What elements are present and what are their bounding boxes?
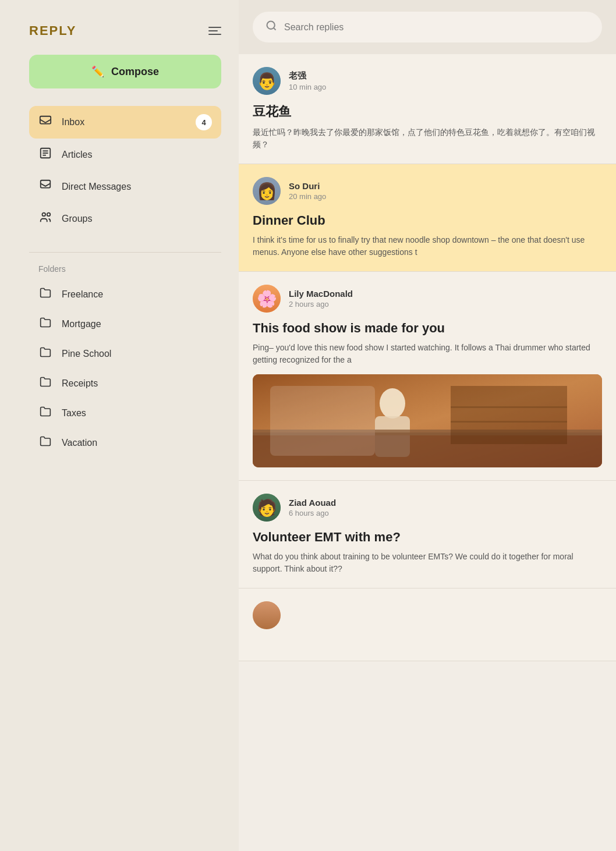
message-subject: 豆花鱼 [253,103,602,120]
folder-item-pine-school[interactable]: Pine School [29,339,221,368]
folder-item-freelance[interactable]: Freelance [29,279,221,309]
sender-info: 老强 10 min ago [289,70,326,91]
compose-button[interactable]: ✏️ Compose [29,55,221,88]
svg-point-12 [380,388,405,419]
sender-info: Lily MacDonald 2 hours ago [289,289,353,309]
message-subject: Dinner Club [253,213,602,228]
avatar [253,177,281,205]
folder-icon [38,317,52,331]
message-card[interactable]: Ziad Aouad 6 hours ago Volunteer EMT wit… [239,481,616,588]
message-header: Ziad Aouad 6 hours ago [253,494,602,522]
message-card[interactable] [239,588,616,661]
folder-label-receipts: Receipts [62,378,98,389]
message-header: So Duri 20 min ago [253,177,602,205]
folder-label-taxes: Taxes [62,408,86,419]
compose-label: Compose [111,66,159,78]
search-icon [265,20,277,34]
sender-time: 20 min ago [289,192,326,201]
sender-name: Lily MacDonald [289,289,353,299]
app-window: REPLY ✏️ Compose Inbox 4 [0,0,616,851]
avatar [253,601,281,629]
sender-info: So Duri 20 min ago [289,181,326,201]
search-bar [239,0,616,54]
compose-icon: ✏️ [91,65,104,78]
sidebar-item-direct-messages[interactable]: Direct Messages [29,171,221,203]
folder-item-taxes[interactable]: Taxes [29,398,221,428]
message-subject: This food show is made for you [253,321,602,336]
svg-rect-17 [451,406,567,408]
svg-point-8 [267,22,275,29]
groups-icon [38,211,52,226]
search-input[interactable] [284,22,589,33]
direct-messages-icon [38,179,52,194]
folder-icon [38,346,52,361]
sidebar-menu-button[interactable] [208,27,221,35]
folder-icon [38,406,52,420]
svg-rect-16 [451,386,567,444]
direct-messages-label: Direct Messages [62,182,131,192]
sidebar-item-inbox[interactable]: Inbox 4 [29,106,221,139]
inbox-icon [38,115,52,130]
folder-icon [38,435,52,450]
sender-name: 老强 [289,70,326,81]
folder-items: Freelance Mortgage Pine School [29,279,221,458]
message-preview: 最近忙吗？昨晚我去了你最爱的那家饭馆，点了他们的特色豆花鱼，吃着就想你了。有空咱… [253,126,602,151]
inbox-label: Inbox [62,117,84,127]
message-header: Lily MacDonald 2 hours ago [253,285,602,313]
message-preview: What do you think about training to be v… [253,551,602,575]
food-image [253,374,602,467]
avatar [253,285,281,313]
message-card[interactable]: So Duri 20 min ago Dinner Club I think i… [239,164,616,272]
folder-label-vacation: Vacation [62,438,97,448]
sidebar-divider [29,252,221,253]
sender-time: 2 hours ago [289,300,353,309]
nav-items: Inbox 4 Articles Direct Messages [29,106,221,235]
message-subject: Volunteer EMT with me? [253,530,602,545]
svg-point-7 [47,213,51,217]
sidebar-item-articles[interactable]: Articles [29,139,221,171]
sidebar-header: REPLY [29,23,221,38]
folder-icon [38,376,52,391]
message-card[interactable]: 老强 10 min ago 豆花鱼 最近忙吗？昨晚我去了你最爱的那家饭馆，点了他… [239,54,616,164]
avatar [253,494,281,522]
folder-label-mortgage: Mortgage [62,319,101,329]
articles-icon [38,147,52,162]
sender-name: So Duri [289,181,326,191]
main-content: 老强 10 min ago 豆花鱼 最近忙吗？昨晚我去了你最爱的那家饭馆，点了他… [239,0,616,851]
search-input-wrap [253,12,602,42]
folder-label-pine-school: Pine School [62,349,111,359]
message-card[interactable]: Lily MacDonald 2 hours ago This food sho… [239,272,616,481]
message-header: 老强 10 min ago [253,67,602,95]
sidebar-item-groups[interactable]: Groups [29,203,221,235]
message-image [253,374,602,467]
message-preview: Ping– you'd love this new food show I st… [253,342,602,366]
avatar [253,67,281,95]
groups-label: Groups [62,214,92,224]
svg-point-6 [43,213,46,217]
folders-label: Folders [29,264,221,274]
folder-label-freelance: Freelance [62,289,103,300]
sender-info: Ziad Aouad 6 hours ago [289,498,336,517]
svg-line-9 [274,28,276,30]
sender-time: 10 min ago [289,83,326,91]
sender-time: 6 hours ago [289,509,336,517]
message-header [253,601,602,629]
folder-item-mortgage[interactable]: Mortgage [29,309,221,339]
folder-icon [38,287,52,302]
sender-name: Ziad Aouad [289,498,336,508]
sidebar: REPLY ✏️ Compose Inbox 4 [0,0,239,851]
app-logo: REPLY [29,23,76,38]
articles-label: Articles [62,150,92,160]
folder-item-receipts[interactable]: Receipts [29,368,221,398]
svg-rect-18 [451,421,567,423]
folder-item-vacation[interactable]: Vacation [29,428,221,458]
inbox-badge: 4 [196,114,212,130]
message-preview: I think it's time for us to finally try … [253,234,602,258]
messages-list: 老强 10 min ago 豆花鱼 最近忙吗？昨晚我去了你最爱的那家饭馆，点了他… [239,54,616,851]
